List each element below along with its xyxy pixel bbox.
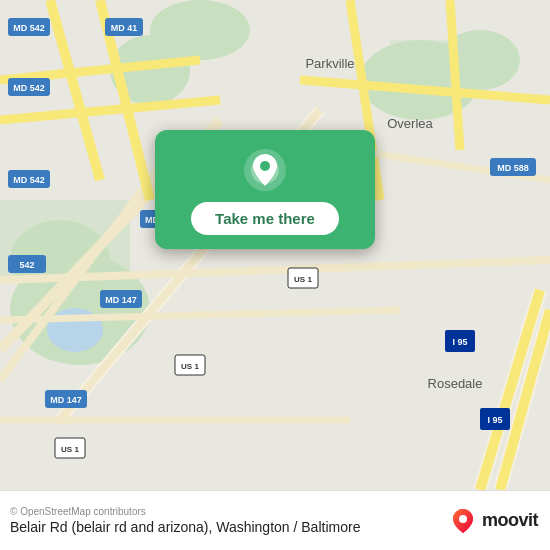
svg-text:US 1: US 1	[294, 275, 312, 284]
svg-text:MD 147: MD 147	[105, 295, 137, 305]
svg-text:Overlea: Overlea	[387, 116, 433, 131]
popup-card: Take me there	[155, 130, 375, 249]
svg-text:I 95: I 95	[487, 415, 502, 425]
take-me-there-button[interactable]: Take me there	[191, 202, 339, 235]
copyright-text: © OpenStreetMap contributors	[10, 506, 360, 517]
moovit-logo: moovit	[449, 507, 538, 535]
svg-text:MD 588: MD 588	[497, 163, 529, 173]
svg-text:Parkville: Parkville	[305, 56, 354, 71]
svg-text:US 1: US 1	[61, 445, 79, 454]
svg-text:MD 542: MD 542	[13, 83, 45, 93]
svg-text:MD 41: MD 41	[111, 23, 138, 33]
svg-point-63	[459, 515, 467, 523]
footer-left: © OpenStreetMap contributors Belair Rd (…	[10, 506, 360, 535]
svg-text:MD 147: MD 147	[50, 395, 82, 405]
map-container: MD 542 MD 542 MD 542 MD 41 MD 147 MD 147…	[0, 0, 550, 490]
svg-text:542: 542	[19, 260, 34, 270]
moovit-pin-icon	[449, 507, 477, 535]
svg-point-62	[260, 161, 270, 171]
svg-text:I 95: I 95	[452, 337, 467, 347]
svg-text:MD 542: MD 542	[13, 175, 45, 185]
svg-text:MD 542: MD 542	[13, 23, 45, 33]
footer: © OpenStreetMap contributors Belair Rd (…	[0, 490, 550, 550]
svg-text:US 1: US 1	[181, 362, 199, 371]
moovit-brand-text: moovit	[482, 510, 538, 531]
location-name: Belair Rd (belair rd and arizona), Washi…	[10, 519, 360, 535]
location-pin-icon	[243, 148, 287, 192]
svg-text:Rosedale: Rosedale	[428, 376, 483, 391]
